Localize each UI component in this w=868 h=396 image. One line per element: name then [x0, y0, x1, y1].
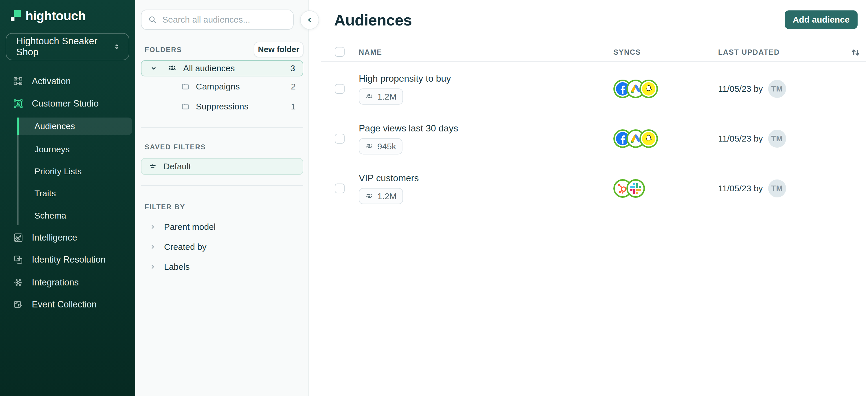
column-header-last-updated[interactable]: LAST UPDATED — [718, 48, 780, 56]
logo-text: hightouch — [26, 9, 86, 23]
workspace-name: Hightouch Sneaker Shop — [16, 36, 113, 58]
folder-icon — [181, 102, 190, 111]
filter-icon — [148, 162, 157, 171]
audience-name-cell: VIP customers 1.2M — [359, 173, 418, 204]
row-checkbox[interactable] — [335, 134, 345, 144]
sidebar-item-label: Schema — [34, 211, 66, 220]
audience-size-badge: 945k — [359, 139, 402, 155]
activation-icon — [13, 76, 24, 87]
folder-count: 1 — [291, 101, 296, 112]
syncs-cell — [613, 80, 658, 98]
sidebar-item-label: Journeys — [34, 145, 70, 154]
folder-name: All audiences — [183, 63, 235, 73]
last-updated-date: 11/05/23 by — [718, 184, 763, 193]
sidebar-item-priority-lists[interactable]: Priority Lists — [34, 165, 82, 177]
audience-people-icon — [365, 192, 373, 200]
collapse-panel-button[interactable] — [300, 10, 319, 30]
sidebar-item-schema[interactable]: Schema — [34, 210, 66, 221]
divider — [141, 185, 303, 186]
filter-group-labels[interactable]: Labels — [141, 260, 303, 274]
folder-item-campaigns[interactable]: Campaigns 2 — [141, 79, 303, 94]
sidebar-item-identity-resolution[interactable]: Identity Resolution — [13, 250, 105, 269]
avatar[interactable]: TM — [768, 130, 786, 148]
sidebar-item-label: Customer Studio — [32, 98, 99, 109]
audience-name-cell: High propensity to buy 1.2M — [359, 73, 451, 105]
sidebar-item-intelligence[interactable]: Intelligence — [13, 229, 77, 247]
avatar[interactable]: TM — [768, 80, 786, 98]
filter-group-parent-model[interactable]: Parent model — [141, 220, 303, 234]
table-row[interactable]: Page views last 30 days 945k — [309, 114, 868, 163]
column-header-name[interactable]: NAME — [359, 48, 382, 56]
subnav-tree-line — [17, 135, 19, 225]
sidebar-item-label: Intelligence — [32, 233, 77, 243]
chevron-right-icon — [149, 263, 157, 271]
audience-name-link[interactable]: Page views last 30 days — [359, 123, 458, 134]
audience-size-badge: 1.2M — [359, 188, 403, 204]
last-updated-cell: 11/05/23 by TM — [718, 80, 786, 98]
audience-people-icon — [365, 143, 373, 151]
sidebar-item-event-collection[interactable]: Event Collection — [13, 295, 97, 314]
sync-status-ring[interactable] — [626, 179, 645, 198]
hightouch-logo-icon — [10, 9, 22, 22]
workspace-switcher[interactable]: Hightouch Sneaker Shop — [6, 33, 129, 60]
search-input[interactable] — [162, 15, 287, 25]
sidebar-item-label: Identity Resolution — [32, 254, 105, 265]
snapchat-icon — [642, 82, 655, 95]
folder-item-suppressions[interactable]: Suppressions 1 — [141, 99, 303, 114]
sidebar: hightouch Hightouch Sneaker Shop Activat… — [0, 0, 135, 396]
audience-size-badge: 1.2M — [359, 89, 403, 105]
filter-group-created-by[interactable]: Created by — [141, 240, 303, 253]
audience-size: 945k — [377, 142, 396, 151]
sidebar-item-label: Integrations — [32, 277, 79, 288]
saved-filters-header: SAVED FILTERS — [145, 143, 206, 151]
add-audience-button[interactable]: Add audience — [785, 10, 858, 29]
audience-name-cell: Page views last 30 days 945k — [359, 123, 458, 155]
new-folder-button[interactable]: New folder — [254, 42, 304, 57]
column-header-syncs[interactable]: SYNCS — [613, 48, 641, 56]
avatar[interactable]: TM — [768, 180, 786, 197]
divider — [141, 127, 303, 128]
sidebar-item-label: Traits — [34, 188, 56, 198]
select-all-checkbox[interactable] — [335, 47, 345, 57]
audiences-folder-panel: FOLDERS New folder All audiences 3 Campa… — [135, 0, 309, 396]
sidebar-item-audiences[interactable]: Audiences — [17, 118, 132, 135]
sidebar-item-traits[interactable]: Traits — [34, 188, 56, 199]
main-content: Audiences Add audience NAME SYNCS LAST U… — [309, 0, 868, 396]
saved-filter-default[interactable]: Default — [141, 158, 303, 175]
snapchat-icon — [642, 132, 655, 145]
folder-count: 2 — [291, 82, 296, 91]
sidebar-item-integrations[interactable]: Integrations — [13, 273, 79, 292]
chevron-updown-icon — [113, 42, 121, 51]
audience-size: 1.2M — [377, 92, 397, 101]
folder-name: Suppressions — [196, 101, 249, 112]
customer-studio-icon — [13, 98, 24, 109]
sidebar-item-activation[interactable]: Activation — [13, 72, 71, 91]
row-checkbox[interactable] — [335, 184, 345, 193]
chevron-down-icon[interactable] — [150, 64, 158, 72]
sidebar-item-label: Activation — [32, 76, 71, 87]
table-row[interactable]: VIP customers 1.2M — [309, 163, 868, 213]
folder-count: 3 — [290, 63, 295, 73]
last-updated-cell: 11/05/23 by TM — [718, 180, 786, 197]
sync-status-ring[interactable] — [640, 129, 658, 148]
chevron-right-icon — [149, 243, 157, 251]
sync-status-ring[interactable] — [640, 80, 658, 98]
page-title: Audiences — [334, 11, 412, 29]
folders-header: FOLDERS — [145, 46, 182, 54]
row-checkbox[interactable] — [335, 84, 345, 94]
last-updated-cell: 11/05/23 by TM — [718, 130, 786, 148]
audience-name-link[interactable]: VIP customers — [359, 173, 418, 184]
table-row[interactable]: High propensity to buy 1.2M — [309, 64, 868, 114]
slack-icon — [629, 182, 642, 195]
integrations-icon — [13, 277, 24, 288]
last-updated-date: 11/05/23 by — [718, 84, 763, 94]
sidebar-item-customer-studio[interactable]: Customer Studio — [13, 94, 99, 113]
sidebar-item-journeys[interactable]: Journeys — [34, 144, 70, 155]
search-icon — [148, 15, 157, 24]
folder-icon — [181, 82, 190, 91]
hightouch-logo: hightouch — [10, 9, 86, 23]
audience-name-link[interactable]: High propensity to buy — [359, 73, 451, 84]
sort-icon[interactable] — [850, 46, 861, 59]
folder-item-all-audiences[interactable]: All audiences 3 — [141, 60, 303, 77]
sidebar-item-label: Priority Lists — [34, 166, 82, 176]
